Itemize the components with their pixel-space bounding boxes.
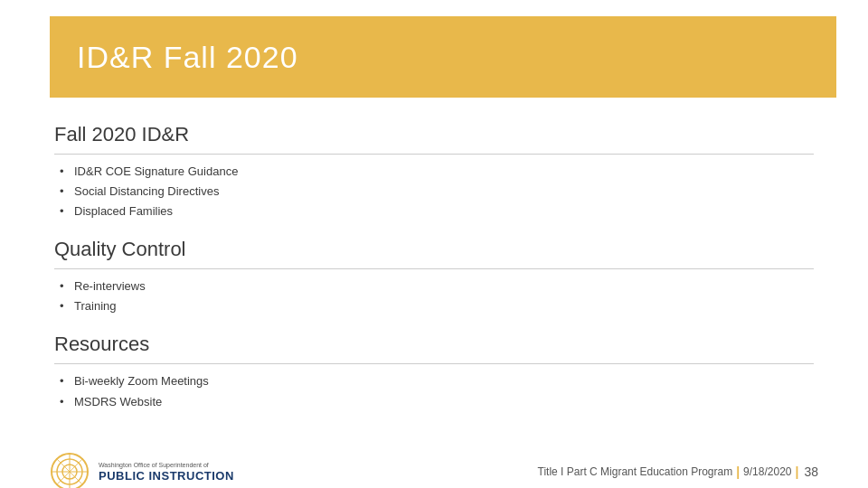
list-item: Re-interviews xyxy=(60,277,814,296)
footer-date: 9/18/2020 xyxy=(743,465,791,478)
divider-resources xyxy=(54,363,814,364)
section-title-fall2020: Fall 2020 ID&R xyxy=(54,123,814,146)
list-item: Social Distancing Directives xyxy=(60,182,814,202)
footer-divider-left: | xyxy=(736,465,740,479)
section-quality: Quality Control Re-interviews Training xyxy=(54,238,814,316)
ospi-logo-icon xyxy=(50,452,90,488)
footer-right: Title I Part C Migrant Education Program… xyxy=(538,465,818,479)
header-banner: ID&R Fall 2020 xyxy=(50,16,836,98)
divider-fall2020 xyxy=(54,154,814,155)
footer-divider-right: | xyxy=(796,465,799,479)
logo-text-bottom: PUBLIC INSTRUCTION xyxy=(99,469,234,483)
list-item: Displaced Families xyxy=(60,202,814,221)
header-title: ID&R Fall 2020 xyxy=(77,40,298,75)
footer-logo: Washington Office of Superintendent of P… xyxy=(50,452,234,488)
footer-page: 38 xyxy=(804,465,818,479)
content-area: Fall 2020 ID&R ID&R COE Signature Guidan… xyxy=(0,98,868,446)
list-item: MSDRS Website xyxy=(60,392,814,412)
slide: ID&R Fall 2020 Fall 2020 ID&R ID&R COE S… xyxy=(0,16,868,488)
list-item: Training xyxy=(60,296,814,316)
divider-quality xyxy=(54,268,814,269)
list-item: Bi-weekly Zoom Meetings xyxy=(60,371,814,391)
bullet-list-quality: Re-interviews Training xyxy=(54,277,814,316)
section-title-quality: Quality Control xyxy=(54,238,814,261)
list-item: ID&R COE Signature Guidance xyxy=(60,162,814,182)
section-title-resources: Resources xyxy=(54,333,814,356)
section-resources: Resources Bi-weekly Zoom Meetings MSDRS … xyxy=(54,333,814,411)
bullet-list-fall2020: ID&R COE Signature Guidance Social Dista… xyxy=(54,162,814,221)
section-fall2020: Fall 2020 ID&R ID&R COE Signature Guidan… xyxy=(54,123,814,221)
logo-text-top: Washington Office of Superintendent of xyxy=(99,461,234,469)
bullet-list-resources: Bi-weekly Zoom Meetings MSDRS Website xyxy=(54,371,814,411)
logo-text: Washington Office of Superintendent of P… xyxy=(99,461,234,483)
footer-program: Title I Part C Migrant Education Program xyxy=(538,465,733,478)
footer: Washington Office of Superintendent of P… xyxy=(50,452,818,488)
